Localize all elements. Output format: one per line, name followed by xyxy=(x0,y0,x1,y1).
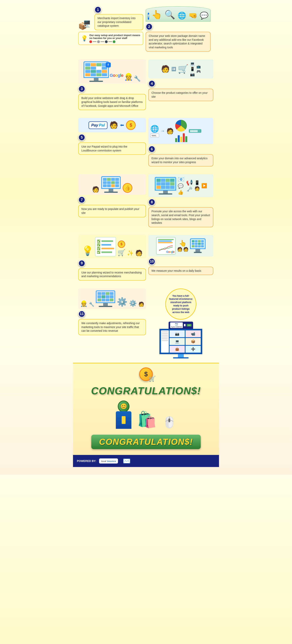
hand-pointing-icon: 👆 xyxy=(151,10,162,20)
step-5-6-section: PayPal 🧑 ⬅ $ 5 Use our Paypal wizard to … xyxy=(73,114,219,170)
person-green-step7: 🧑 xyxy=(92,186,99,193)
step-9-text: Use our planning wizard to receive merch… xyxy=(81,271,142,278)
step-4-badge: 4 xyxy=(148,80,155,87)
step-7-badge: 7 xyxy=(78,196,85,203)
product-bag: 👜 xyxy=(170,346,185,352)
step-6-badge: 6 xyxy=(148,146,155,152)
gear-step11-large: ⚙️ xyxy=(117,297,127,307)
tv-icon: 📺 xyxy=(196,64,201,69)
mobile-icon: 📱 xyxy=(190,67,195,71)
wrench-icon-step3: 🔧 xyxy=(134,76,141,82)
shopping-cart-icon: 🛒 xyxy=(178,64,188,74)
dollar-icon-step5: $ xyxy=(126,120,136,130)
step-8-badge: 8 xyxy=(148,198,155,206)
step-11-section: 👷 🔧 ⚙️ ⚙️ 🧑 xyxy=(73,285,219,362)
product-video: 📹 xyxy=(186,330,201,337)
arrow-icon-step6: → xyxy=(161,128,165,134)
step-8-text: Promote your site across the web with ou… xyxy=(151,210,210,224)
step-4-text-box: Choose the product categories to offer o… xyxy=(148,89,213,101)
product-box: 📦 xyxy=(186,338,201,345)
step-11-badge: 11 xyxy=(78,310,85,318)
dot-line-3 xyxy=(108,42,112,42)
monitor-neck-11 xyxy=(103,303,108,306)
mobile-step8: 📱 xyxy=(195,180,200,185)
cursor-icon: 👆 xyxy=(179,240,187,247)
key-step8: 🗝️ xyxy=(187,186,192,192)
google-logo-step10: Google xyxy=(166,250,174,254)
google-logo: Google xyxy=(110,73,123,78)
person-left-step10: 🧑 xyxy=(177,247,182,252)
monitor-bar-ecom: PayPal PayPal VERIFIED GO xyxy=(169,322,193,329)
step-6-text-box: Enter your domain into our advanced anal… xyxy=(148,154,213,166)
step-6-text: Enter your domain into our advanced anal… xyxy=(151,157,208,164)
page-wrapper: 📦 🖥️ 1 Merchants import inventory into o… xyxy=(73,0,219,475)
megaphone-icon: 📢 xyxy=(186,179,193,186)
step-11-text: We constantly make adjustments, refreshi… xyxy=(81,322,140,332)
step-3-badge: 3 xyxy=(78,85,85,92)
worker-step11: 👷 xyxy=(80,300,87,307)
arrow-step4: ➡️ xyxy=(171,67,176,71)
step-1-section: 📦 🖥️ 1 Merchants import inventory into o… xyxy=(73,3,219,55)
worker-icon: 👷 xyxy=(124,73,133,81)
promote-monitor xyxy=(155,177,176,194)
doc-lines xyxy=(158,239,174,243)
step-1-badge: 1 xyxy=(94,6,101,13)
loud-part: loud xyxy=(101,460,106,462)
monitor-neck-7 xyxy=(109,189,113,192)
hand-envelope-icon: ✉️ xyxy=(123,457,131,465)
product-plus: ➕ xyxy=(186,346,201,352)
progress-bar-step6: ▓▓▓▓▓▓░░ xyxy=(189,129,201,133)
monitor-neck-10 xyxy=(195,249,200,252)
ecommerce-bubble-text: You have a full-featured eCommerce store… xyxy=(169,294,193,314)
step-4-text: Choose the product categories to offer o… xyxy=(151,91,208,98)
bar-chart-step6 xyxy=(175,132,187,142)
person-step9: 🧑 xyxy=(135,250,142,256)
globe-icon-step2: 🌐 xyxy=(178,12,186,20)
monitor-base-7 xyxy=(104,192,118,193)
person-with-arrow: 🧑 xyxy=(109,121,118,129)
step-3-text-box: Build your online webstore with drag & d… xyxy=(78,94,146,110)
magnifier-icon: 🔍 xyxy=(165,10,175,20)
person-step11: 🧑 xyxy=(138,302,144,307)
shopping-bag-congrats: 🛍️ xyxy=(137,410,157,429)
dollar-step9: $ xyxy=(118,240,125,248)
publish-monitor xyxy=(101,176,121,193)
progress-dots xyxy=(89,40,141,43)
product-laptop: 💻 xyxy=(170,338,185,345)
step-1-text-box: Merchants import inventory into our prop… xyxy=(94,14,143,30)
paypal-logo: PayPal xyxy=(89,122,108,129)
person-green: 🧑 xyxy=(166,128,174,134)
wrench-step11: 🔧 xyxy=(89,302,94,307)
step-5-text-box: Use our Paypal wizard to plug into the L… xyxy=(78,142,146,155)
step-2-badge: 2 xyxy=(146,23,153,30)
step-2-text: Choose your web store package domain nam… xyxy=(149,34,205,49)
left-arrow: ⬅ xyxy=(120,122,124,128)
powered-by-label: POWERED BY: xyxy=(77,460,96,462)
powered-by-section: POWERED BY: loud bounce ✉️ xyxy=(73,455,219,467)
address-bar: www... xyxy=(150,134,159,138)
step-5-text: Use our Paypal wizard to plug into the L… xyxy=(81,145,127,152)
step-2-text-box: Choose your web store package domain nam… xyxy=(146,32,211,52)
person-step8: 🧑 xyxy=(195,186,200,191)
speech-bubble-icon: 💬 xyxy=(200,12,209,20)
adjust-monitor xyxy=(96,290,115,307)
paypal-verified-text: PayPal VERIFIED xyxy=(171,326,182,328)
step-9-badge: 9 xyxy=(78,260,85,267)
analytics-visual: 🌐 www... → 🧑 xyxy=(148,118,213,144)
ecom-monitor-base xyxy=(173,357,189,358)
monitor-base-10 xyxy=(194,252,202,253)
dot-3 xyxy=(105,40,108,43)
ecommerce-platform-bubble: You have a full-featured eCommerce store… xyxy=(165,288,196,320)
step-9-text-box: Use our planning wizard to receive merch… xyxy=(78,268,146,281)
dot-line-2 xyxy=(101,42,104,42)
monitor-base xyxy=(89,81,103,82)
email-icon-step8: 📧 xyxy=(178,176,185,183)
game-icon: 🎮 xyxy=(196,70,201,74)
person-icon-step4: 🧑 xyxy=(161,65,170,73)
spark-icon: ✨ xyxy=(127,250,134,256)
step-9-10-section: 💡 ✅ ✅ ✅ xyxy=(73,232,219,284)
mascot-figure: 😊 xyxy=(116,400,131,429)
step-7-text-box: Now you are ready to populate and publis… xyxy=(78,205,146,217)
fb-icon-step3: f xyxy=(106,62,111,68)
speech-icon-step8: 💬 xyxy=(178,184,185,189)
